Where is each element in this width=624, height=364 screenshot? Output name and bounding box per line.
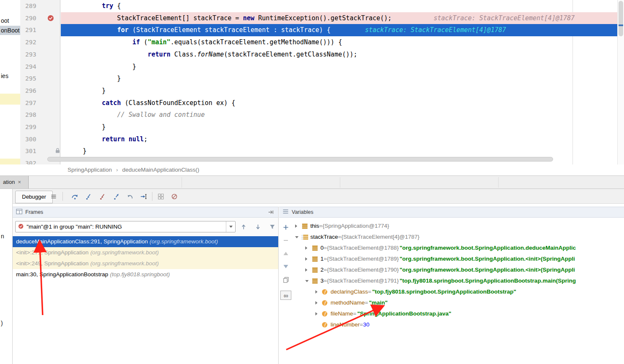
breadcrumb: SpringApplication›deduceMainApplicationC…: [0, 164, 624, 176]
frame-row[interactable]: <init>:271, SpringApplication(org.spring…: [13, 247, 278, 258]
line-number-292[interactable]: 292: [20, 36, 36, 49]
step-into-icon[interactable]: [84, 192, 93, 201]
code-line-299[interactable]: }: [61, 121, 617, 133]
frames-title: Frames: [25, 209, 43, 215]
code-line-293[interactable]: return Class.forName(stackTraceElement.g…: [61, 49, 617, 61]
tab-debugger[interactable]: Debugger: [15, 191, 53, 203]
prev-frame-icon[interactable]: [239, 223, 248, 231]
array-icon: [301, 234, 310, 240]
variables-title: Variables: [292, 209, 313, 215]
variable-row-stackTrace[interactable]: stackTrace = {StackTraceElement[4]@1787}: [293, 232, 624, 243]
hide-panel-icon[interactable]: [268, 210, 274, 216]
variable-name: 0: [320, 243, 324, 253]
frame-row[interactable]: <init>:249, SpringApplication(org.spring…: [13, 258, 278, 269]
line-number-295[interactable]: 295: [20, 73, 36, 85]
step-over-icon[interactable]: [70, 192, 79, 201]
add-icon[interactable]: [282, 224, 290, 231]
code-line-289[interactable]: try {: [61, 0, 617, 12]
editor-vscrollbar[interactable]: [617, 0, 624, 164]
chevron-right-icon[interactable]: [305, 246, 312, 250]
frames-header: Frames: [13, 207, 278, 218]
variable-row-methodName[interactable]: fmethodName = "main": [293, 297, 624, 308]
value-icon: [312, 256, 320, 262]
code-line-301[interactable]: }: [61, 145, 617, 157]
chevron-right-icon[interactable]: [315, 290, 322, 294]
line-number-298[interactable]: 298: [20, 109, 36, 121]
editor-hscrollbar[interactable]: [47, 157, 553, 162]
line-number-290[interactable]: 290: [20, 12, 36, 24]
clipped-tree-item[interactable]: onBoot: [0, 26, 20, 35]
line-number-296[interactable]: 296: [20, 85, 36, 97]
editor-gutter[interactable]: 2892902912922932942952962972982993003013…: [20, 0, 60, 164]
run-to-cursor-icon[interactable]: [139, 192, 148, 201]
move-up-icon[interactable]: [282, 250, 290, 257]
code-line-298[interactable]: // Swallow and continue: [61, 109, 617, 121]
duplicate-icon[interactable]: [282, 276, 290, 283]
frame-row[interactable]: main:30, SpringApplicationBootstrap(top.…: [13, 269, 278, 280]
line-number-300[interactable]: 300: [20, 133, 36, 146]
frames-header-icon: [16, 209, 22, 216]
next-frame-icon[interactable]: [254, 223, 262, 231]
step-out-icon[interactable]: [112, 192, 121, 201]
variable-row-lineNumber[interactable]: flineNumber = 30: [293, 319, 624, 330]
code-line-295[interactable]: }: [61, 73, 617, 85]
chevron-right-icon[interactable]: [315, 312, 322, 315]
close-icon[interactable]: ×: [18, 179, 21, 185]
chevron-down-icon[interactable]: [295, 236, 301, 238]
drop-frame-icon[interactable]: [125, 192, 135, 201]
variable-ref: {StackTraceElement@1789}: [327, 253, 399, 264]
code-line-296[interactable]: }: [61, 85, 617, 97]
move-down-icon[interactable]: [282, 263, 290, 270]
restore-layout-icon[interactable]: [49, 192, 58, 201]
field-icon: f: [322, 311, 331, 317]
tab-partial[interactable]: ation×: [0, 176, 29, 189]
breadcrumb-class[interactable]: SpringApplication: [68, 167, 112, 173]
line-number-289[interactable]: 289: [20, 0, 36, 12]
variable-row-declaringClass[interactable]: fdeclaringClass = "top.fjy8018.springboo…: [293, 286, 624, 297]
variable-row-2[interactable]: 2 = {StackTraceElement@1790}"org.springf…: [293, 264, 624, 275]
scrollbar-thumb[interactable]: [619, 1, 623, 36]
mute-breakpoints-icon[interactable]: [170, 192, 179, 201]
code-line-292[interactable]: if ("main".equals(stackTraceElement.getM…: [61, 36, 617, 49]
clipped-tree-item[interactable]: ies: [0, 71, 8, 81]
chevron-right-icon[interactable]: [305, 257, 312, 261]
frame-row[interactable]: deduceMainApplicationClass:291, SpringAp…: [13, 236, 278, 247]
toolbar-separator: [152, 192, 152, 201]
line-number-293[interactable]: 293: [20, 49, 36, 61]
line-number-297[interactable]: 297: [20, 97, 36, 109]
line-number-299[interactable]: 299: [20, 121, 36, 133]
line-number-291[interactable]: 291: [20, 24, 36, 36]
filter-icon[interactable]: [268, 223, 277, 231]
code-line-291[interactable]: for (StackTraceElement stackTraceElement…: [61, 24, 617, 36]
lock-icon[interactable]: [55, 148, 60, 154]
chevron-down-icon[interactable]: [226, 221, 235, 232]
variable-row-this[interactable]: this = {SpringApplication@1774}: [293, 221, 624, 232]
remove-icon[interactable]: [282, 237, 290, 244]
variable-string-value: "top.fjy8018.springboot.SpringApplicatio…: [372, 286, 516, 297]
chevron-right-icon[interactable]: [295, 224, 301, 228]
code-line-294[interactable]: }: [61, 61, 617, 73]
variable-row-3[interactable]: 3 = {StackTraceElement@1791}"top.fjy8018…: [293, 275, 624, 286]
chevron-right-icon[interactable]: [305, 268, 312, 272]
line-number-302[interactable]: 302: [20, 157, 36, 164]
code-line-290[interactable]: StackTraceElement[] stackTrace = new Run…: [61, 12, 617, 24]
show-values-inline-toggle[interactable]: ∞: [280, 291, 291, 300]
breadcrumb-method[interactable]: deduceMainApplicationClass(): [122, 167, 199, 173]
variable-row-1[interactable]: 1 = {StackTraceElement@1789}"org.springf…: [293, 253, 624, 264]
code-area[interactable]: try { StackTraceElement[] stackTrace = n…: [61, 0, 617, 164]
clipped-tree-item[interactable]: oot: [0, 16, 9, 25]
variable-row-fileName[interactable]: ffileName = "SpringApplicationBootstrap.…: [293, 308, 624, 319]
line-number-294[interactable]: 294: [20, 61, 36, 73]
code-line-300[interactable]: return null;: [61, 133, 617, 146]
project-panel-edge: ootonBooties: [0, 0, 20, 176]
variable-row-0[interactable]: 0 = {StackTraceElement@1788}"org.springf…: [293, 243, 624, 253]
force-step-into-icon[interactable]: [98, 192, 107, 201]
thread-selector[interactable]: "main"@1 in group "main": RUNNING: [15, 221, 236, 232]
chevron-right-icon[interactable]: [315, 301, 322, 305]
view-breakpoints-icon[interactable]: [156, 192, 165, 201]
chevron-down-icon[interactable]: [305, 280, 312, 282]
code-line-297[interactable]: catch (ClassNotFoundException ex) {: [61, 97, 617, 109]
line-number-301[interactable]: 301: [20, 145, 36, 157]
variable-ref: {StackTraceElement@1788}: [327, 243, 399, 253]
breakpoint-icon[interactable]: [47, 15, 54, 22]
